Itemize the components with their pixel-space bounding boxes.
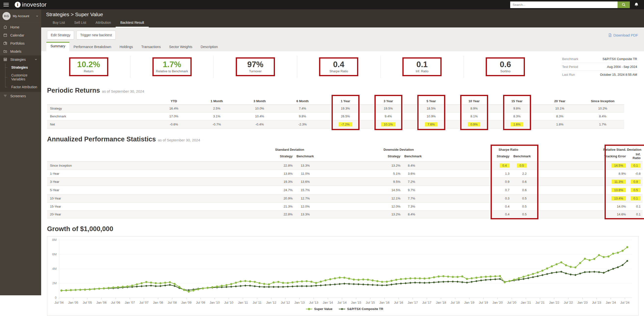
svg-text:8M: 8M bbox=[52, 238, 56, 242]
kpi-label: Turnover bbox=[237, 69, 274, 73]
sidebar-subitem-customize-variables[interactable]: Customize Variables bbox=[0, 71, 41, 83]
sidebar-item-strategies[interactable]: Strategies bbox=[0, 56, 41, 64]
table-cell: 9.7% bbox=[402, 186, 417, 194]
table-cell: 10.4% bbox=[238, 112, 281, 120]
table-cell: 9.4% bbox=[367, 112, 410, 120]
sidebar-nav: HomeCalendarPortfoliosModelsStrategiesSt… bbox=[0, 23, 41, 100]
table-cell: 8.4% bbox=[581, 112, 624, 120]
tab-holdings[interactable]: Holdings bbox=[116, 42, 137, 51]
content-tabstrip: SummaryPerformance BreakdownHoldingsTran… bbox=[41, 42, 644, 51]
svg-text:Jul '23: Jul '23 bbox=[592, 301, 601, 304]
sidebar-item-calendar[interactable]: Calendar bbox=[0, 31, 41, 39]
svg-text:Jul '21: Jul '21 bbox=[536, 301, 544, 304]
edit-strategy-button[interactable]: Edit Strategy bbox=[47, 31, 74, 40]
sub-column-header: Benchmark bbox=[402, 152, 417, 162]
table-cell: 15.7% bbox=[294, 186, 312, 194]
chevron-down-icon bbox=[34, 58, 38, 61]
run-info-label: Last Run bbox=[562, 73, 575, 76]
tab-sector-weights[interactable]: Sector Weights bbox=[165, 42, 196, 51]
tab-transactions[interactable]: Transactions bbox=[137, 42, 165, 51]
table-cell: 0.4 bbox=[488, 162, 512, 170]
svg-text:Jul '17: Jul '17 bbox=[422, 301, 431, 304]
hamburger-menu-icon[interactable] bbox=[4, 3, 9, 6]
table-cell: 9.5% bbox=[380, 178, 402, 186]
account-label: My Account bbox=[13, 14, 29, 18]
svg-text:Jul '09: Jul '09 bbox=[196, 301, 205, 304]
row-label: 15-Year bbox=[47, 203, 268, 210]
table-cell: 5.1% bbox=[380, 170, 402, 178]
tab-description[interactable]: Description bbox=[196, 42, 222, 51]
growth-chart-title: Growth of $1,000,000 bbox=[47, 225, 638, 233]
portfolios-icon bbox=[3, 41, 7, 45]
notifications-bell-icon[interactable] bbox=[634, 2, 639, 7]
table-cell: 1.7% bbox=[581, 120, 624, 129]
table-cell: 10.0% bbox=[238, 105, 281, 112]
column-header: 3 Month bbox=[238, 98, 281, 105]
download-pdf-link[interactable]: Download PDF bbox=[608, 33, 638, 37]
table-cell: 0.9 bbox=[628, 178, 642, 186]
table-cell: 0.1 bbox=[628, 203, 642, 210]
spacer-cell bbox=[528, 178, 602, 186]
svg-text:Jul '13: Jul '13 bbox=[309, 301, 318, 304]
sidebar-subitem-factor-attribution[interactable]: Factor Attribution bbox=[0, 83, 41, 91]
kpi-value: 1.7% bbox=[154, 60, 190, 69]
brand-name: inovestor bbox=[22, 1, 46, 8]
table-row: 10-Year20.9%12.7%12.1%7.7%0.30.513.4%0.1 bbox=[47, 194, 642, 203]
table-cell: 22.8% bbox=[268, 210, 294, 218]
svg-text:2M: 2M bbox=[52, 281, 56, 285]
periodic-returns-table: YTD1 Month3 Month6 Month1 Year3 Year5 Ye… bbox=[47, 98, 624, 129]
table-cell: 11.3% bbox=[602, 178, 628, 186]
page-tab-backtest-result[interactable]: Backtest Result bbox=[116, 19, 149, 28]
table-cell: 14.5% bbox=[602, 162, 628, 170]
sidebar-item-label: Screeners bbox=[10, 94, 26, 98]
page-tab-attribution[interactable]: Attribution bbox=[91, 19, 116, 28]
sidebar-item-models[interactable]: Models bbox=[0, 47, 41, 56]
kpi-cell: 10.2%Return bbox=[47, 56, 130, 78]
column-header: 20 Year bbox=[538, 98, 581, 105]
trigger-backtest-button[interactable]: Trigger new backtest bbox=[76, 31, 116, 40]
tab-performance-breakdown[interactable]: Performance Breakdown bbox=[69, 42, 116, 51]
spacer-cell bbox=[417, 194, 488, 203]
breadcrumb: Strategies > Super Value bbox=[46, 12, 644, 18]
tab-summary[interactable]: Summary bbox=[46, 42, 69, 51]
sidebar-group-strategies: StrategiesStrategiesCustomize VariablesF… bbox=[0, 56, 41, 92]
screeners-icon bbox=[3, 94, 7, 98]
sub-column-header: Strategy bbox=[488, 152, 512, 162]
table-cell: 13.3% bbox=[294, 210, 312, 218]
strategies-icon bbox=[3, 57, 7, 62]
table-cell: 3.6% bbox=[402, 170, 417, 178]
sidebar-item-home[interactable]: Home bbox=[0, 23, 41, 31]
page-tab-buy-list[interactable]: Buy List bbox=[48, 19, 70, 28]
table-cell: 0.7 bbox=[488, 186, 512, 194]
main-panel: Strategies > Super Value Buy ListSell Li… bbox=[41, 9, 644, 295]
kpi-label: Inf. Ratio bbox=[404, 69, 440, 73]
row-label: Net bbox=[47, 120, 152, 129]
table-cell: 0.1 bbox=[628, 162, 642, 170]
spacer-cell bbox=[417, 170, 488, 178]
search-input[interactable] bbox=[510, 2, 618, 8]
sidebar-item-screeners[interactable]: Screeners bbox=[0, 92, 41, 100]
legend-item: Super Value bbox=[314, 307, 332, 311]
svg-text:Jan '10: Jan '10 bbox=[210, 301, 220, 304]
highlight-mark: -7.2% bbox=[339, 122, 352, 126]
svg-text:Jan '21: Jan '21 bbox=[521, 301, 531, 304]
search-button[interactable] bbox=[618, 2, 630, 8]
svg-text:Jul '16: Jul '16 bbox=[394, 301, 403, 304]
brand-logo[interactable]: i inovestor bbox=[15, 1, 46, 8]
highlight-mark: 0.5 bbox=[631, 188, 640, 192]
sidebar-item-portfolios[interactable]: Portfolios bbox=[0, 39, 41, 47]
svg-text:Jul '14: Jul '14 bbox=[338, 301, 346, 304]
run-info-row: Test PeriodAug 2004 - Sep 2024 bbox=[562, 63, 638, 70]
sidebar-subitem-strategies[interactable]: Strategies bbox=[0, 64, 41, 71]
kpi-label: Sortino bbox=[487, 69, 524, 73]
run-info-row: Last RunOctober 15, 2024 8:55 AM bbox=[562, 70, 638, 78]
svg-text:Jan '12: Jan '12 bbox=[266, 301, 276, 304]
table-cell: 0.1 bbox=[628, 194, 642, 203]
app-window: i inovestor KG My Account HomeCalendarPo… bbox=[0, 0, 644, 295]
page-tab-sell-list[interactable]: Sell List bbox=[70, 19, 91, 28]
column-header: 6 Month bbox=[281, 98, 324, 105]
svg-text:Jan '23: Jan '23 bbox=[577, 301, 588, 304]
svg-text:Jul '08: Jul '08 bbox=[168, 301, 177, 304]
table-row: 15-Year21.3%12.0%12.0%7.3%0.40.514.0%0.1 bbox=[47, 203, 642, 210]
account-menu[interactable]: KG My Account bbox=[0, 9, 41, 23]
